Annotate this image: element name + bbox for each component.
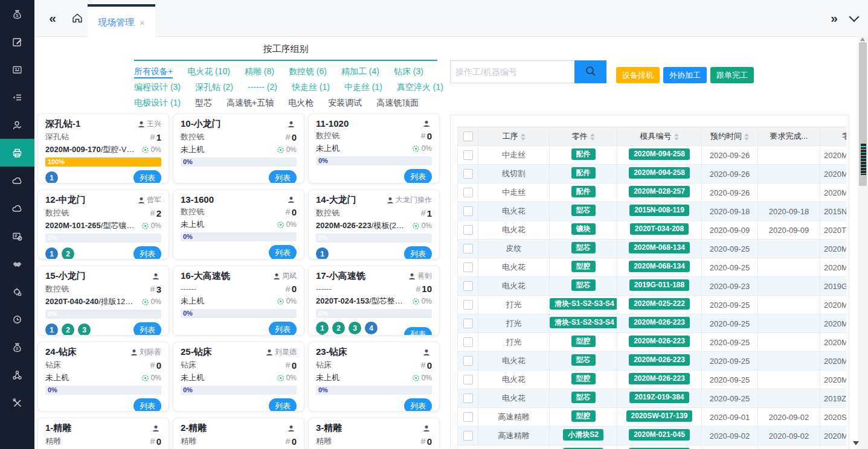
job-badge[interactable]: 2 [62, 323, 74, 336]
mold-code-tag[interactable]: 2019G-011-188 [629, 279, 689, 291]
tab-menu-button[interactable] [845, 0, 863, 36]
part-tag[interactable]: 型腔 [571, 373, 596, 385]
filter-item[interactable]: 编程设计 (3) [134, 82, 181, 92]
sidebar-item-org-network[interactable] [0, 361, 34, 389]
table-row[interactable]: 皮纹 型芯 2020M-068-134 2020-09-25 2020M-068… [458, 240, 847, 258]
filter-item[interactable]: 电火花 (10) [187, 66, 230, 76]
filter-item[interactable]: 所有设备+ [134, 66, 173, 78]
table-row[interactable]: 电火花 型腔 2020M-026-223 2020-09-25 2020M-02… [458, 371, 847, 389]
sort-icon[interactable] [590, 133, 595, 141]
filter-item[interactable]: 精雕 (8) [245, 66, 274, 76]
mold-code-tag[interactable]: 2020T-034-208 [630, 223, 689, 235]
job-badge[interactable]: 2 [62, 247, 74, 260]
mold-code-tag[interactable]: 2020M-028-257 [629, 186, 690, 198]
sidebar-item-cloud-2[interactable] [0, 194, 34, 222]
mold-code-tag[interactable]: 2020M-026-223 [629, 373, 690, 385]
sidebar-item-cloud-1[interactable] [0, 167, 34, 194]
column-header-part-code[interactable]: 零件编号 [820, 127, 847, 146]
part-tag[interactable]: 型芯 [571, 354, 596, 366]
row-checkbox[interactable] [463, 337, 473, 347]
schedule-machine-button[interactable]: 设备排机 [616, 67, 660, 83]
job-badge[interactable]: 3 [78, 323, 91, 336]
part-tag[interactable]: 滑块-S1-S2-S3-S4 [550, 317, 617, 329]
table-row[interactable]: 电火花 型腔 2020M-068-134 2020-09-25 2020M-06… [458, 258, 847, 277]
mold-code-tag[interactable]: 2020M-094-258 [629, 148, 690, 161]
machine-card[interactable]: 16-大高速铣 周斌 ------ # 0 未上机 0% 0% [173, 266, 304, 336]
list-button[interactable]: 列表 [269, 170, 297, 183]
list-button[interactable]: 列表 [269, 398, 297, 412]
machine-card[interactable]: 15-小龙门 数控铣 # 3 2020T-040-240/排版12… 0% [37, 266, 169, 336]
scroll-up-icon[interactable] [860, 37, 865, 41]
filter-item[interactable]: 型芯 [195, 98, 212, 107]
filter-item[interactable]: 安装调试 [328, 98, 362, 107]
part-tag[interactable]: 型腔 [571, 261, 596, 273]
sidebar-item-task-list[interactable] [0, 83, 34, 111]
table-row[interactable]: 高速精雕 小滑块S2 2020M-021-045 2020-09-02 2020… [458, 445, 847, 449]
sidebar-item-form[interactable] [0, 56, 34, 83]
table-row[interactable]: 电火花 型芯 2019Z-019-384 2020-09-25 2019Z-01… [458, 389, 847, 408]
part-tag[interactable]: 型芯 [571, 392, 596, 404]
mold-code-tag[interactable]: 2020M-026-223 [629, 354, 690, 366]
tab-field-management[interactable]: 现场管理 × [88, 4, 155, 39]
job-badge[interactable]: 1 [45, 171, 58, 183]
row-checkbox[interactable] [463, 412, 473, 422]
row-checkbox[interactable] [463, 281, 473, 291]
table-row[interactable]: 高速精雕 型腔 2020SW-017-139 2020-09-01 2020-0… [458, 408, 847, 427]
list-button[interactable]: 列表 [133, 246, 161, 260]
home-button[interactable] [68, 0, 86, 36]
list-button[interactable]: 列表 [133, 170, 161, 183]
mold-code-tag[interactable]: 2020M-026-223 [629, 317, 690, 329]
mold-code-tag[interactable]: 2020SW-017-139 [626, 410, 693, 422]
outsourcing-button[interactable]: 外协加工 [663, 67, 707, 83]
page-scrollbar[interactable] [858, 36, 868, 449]
list-button[interactable]: 列表 [269, 322, 297, 336]
part-tag[interactable]: 滑块-S1-S2-S3-S4 [550, 298, 617, 310]
filter-item[interactable]: 电火枪 [288, 98, 313, 107]
machine-card[interactable]: 12-中龙门 曾军 数控铣 # 2 2020M-101-265/型芯镶… 0% [37, 189, 169, 260]
sidebar-item-clock[interactable] [0, 305, 34, 333]
filter-item[interactable]: 高速铣顶面 [376, 98, 419, 107]
search-button[interactable] [574, 60, 606, 83]
sidebar-item-handshake[interactable] [0, 250, 34, 278]
filter-item[interactable]: ------ (2) [248, 82, 277, 92]
filter-item[interactable]: 电极设计 (1) [134, 98, 181, 107]
collapse-sidebar-button[interactable]: « [43, 0, 61, 36]
order-complete-button[interactable]: 跟单完工 [710, 67, 754, 83]
list-button[interactable]: 列表 [404, 246, 432, 260]
sidebar-item-user[interactable] [0, 111, 34, 139]
mold-code-tag[interactable]: 2020M-094-258 [629, 167, 690, 179]
sidebar-item-print[interactable] [0, 139, 34, 167]
mold-code-tag[interactable]: 2020M-068-134 [629, 261, 690, 273]
filter-item[interactable]: 钻床 (3) [394, 66, 423, 76]
machine-card[interactable]: 深孔钻-1 王兴 深孔钻 # 1 2020M-009-170/型腔-V… 0% [37, 113, 169, 183]
list-button[interactable]: 列表 [404, 327, 432, 336]
table-row[interactable]: 中走丝 配件 2020M-094-258 2020-09-26 2020M-09… [458, 146, 847, 165]
sidebar-item-edit[interactable] [0, 28, 34, 56]
job-badge[interactable]: 3 [349, 322, 361, 334]
row-checkbox[interactable] [463, 188, 473, 197]
list-button[interactable]: 列表 [404, 169, 432, 183]
column-header-part[interactable]: 零件 [550, 127, 617, 146]
row-checkbox[interactable] [463, 169, 473, 179]
select-all-checkbox[interactable] [463, 132, 473, 141]
mold-code-tag[interactable]: 2020M-025-222 [629, 298, 690, 310]
column-header-due-date[interactable]: 要求完成... [758, 127, 820, 146]
mold-code-tag[interactable]: 2020M-068-134 [629, 242, 690, 254]
part-tag[interactable]: 型芯 [571, 205, 596, 217]
machine-card[interactable]: 3-精雕 精雕 # 0 未上机 0% 0% [308, 418, 440, 449]
table-row[interactable]: 高速精雕 小滑块S2 2020M-021-045 2020-09-02 2020… [458, 427, 847, 445]
job-badge[interactable]: 1 [316, 247, 329, 260]
filter-item[interactable]: 深孔钻 (2) [195, 82, 233, 92]
job-badge[interactable]: 1 [45, 323, 58, 336]
search-input[interactable] [450, 60, 577, 83]
filter-item[interactable]: 高速铣+五轴 [227, 98, 274, 107]
table-row[interactable]: 电火花 型芯 2020M-026-223 2020-09-25 2020M-02… [458, 352, 847, 371]
row-checkbox[interactable] [463, 375, 473, 384]
machine-card[interactable]: 10-小龙门 数控铣 # 0 未上机 0% 0% [173, 113, 304, 183]
job-badge[interactable]: 4 [365, 322, 378, 334]
list-button[interactable]: 列表 [133, 322, 161, 336]
sidebar-item-schedule-card[interactable] [0, 222, 34, 250]
machine-card[interactable]: 24-钻床 刘际善 钻床 # 0 未上机 0% 0% [37, 342, 169, 412]
table-row[interactable]: 电火花 型芯 2015N-008-119 2020-09-18 2020-09-… [458, 202, 847, 221]
part-tag[interactable]: 型芯 [571, 279, 596, 291]
